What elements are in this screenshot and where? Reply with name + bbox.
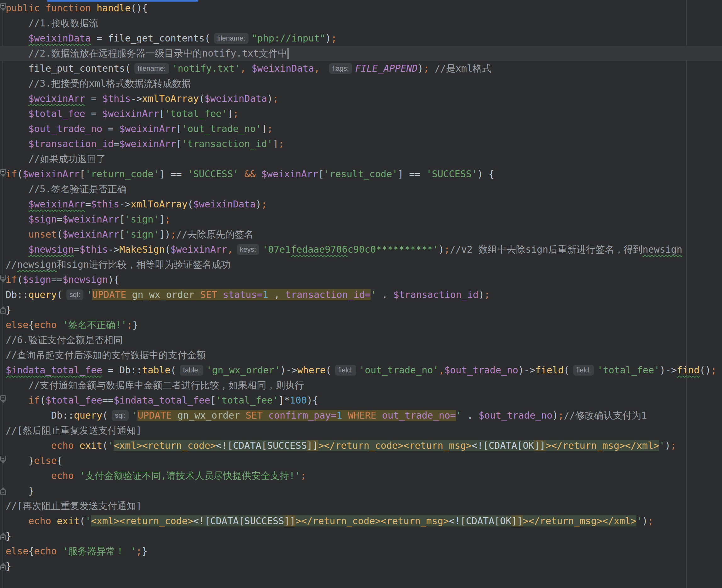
code-token: } [6,530,11,542]
code-token: ){ [108,274,119,285]
code-token: //如果成功返回了 [28,153,106,164]
code-line[interactable]: if($total_fee==$indata_total_fee['total_… [0,393,722,408]
code-token: ' [108,440,114,451]
code-line[interactable]: $weixinArr = $this->xmlToArray($weixinDa… [0,91,722,106]
code-line[interactable]: Db::query(sql:'UPDATE gn_wx_order SET st… [0,287,722,302]
code-token: WHERE [348,410,376,421]
code-token: else [34,455,57,466]
code-token: //v2 数组中去除sign后重新进行签名，得到 [450,244,643,255]
code-token: 'out_trade_no' [182,123,261,134]
indent [6,138,28,149]
code-token [195,289,200,300]
code-token: ( [102,440,108,451]
code-token: //查询吊起支付后添加的支付数据中的支付金额 [6,350,206,360]
fold-marker-icon[interactable] [0,309,6,314]
code-line[interactable]: else{echo '签名不正确!';} [0,317,722,333]
code-token: ) [665,440,670,451]
code-token: <![CDATA[OK [449,516,512,526]
code-line[interactable]: unset($weixinArr['sign']);//去除原先的签名 [0,227,722,242]
code-token [217,289,223,300]
code-line[interactable]: echo '支付金额验证不同,请技术人员尽快提供安全支持!'; [0,468,722,483]
code-token: == [102,395,114,406]
code-token: //[再次阻止重复发送支付通知] [6,500,142,511]
code-line[interactable]: //查询吊起支付后添加的支付数据中的支付金额 [0,348,722,363]
parameter-hint-chip: filename: [214,33,248,44]
code-line[interactable]: //3.把接受的xml格式数据流转成数据 [0,76,722,91]
code-token: ( [165,244,171,255]
code-line[interactable]: //1.接收数据流 [0,16,722,31]
indent [6,470,51,481]
code-line[interactable]: public function handle(){ [0,1,722,16]
code-token: table [142,364,170,376]
code-line[interactable]: echo exit('<xml><return_code><![CDATA[SU… [0,513,722,529]
code-token: ) [439,244,444,255]
code-line[interactable]: //[再次阻止重复发送支付通知] [0,499,722,513]
code-line[interactable]: //[然后阻止重复发送支付通知] [0,423,722,438]
code-token: -> [131,93,142,104]
code-line[interactable]: } [0,559,722,574]
code-line[interactable]: $weixinData = file_get_contents(filename… [0,31,722,46]
code-line[interactable]: echo exit('<xml><return_code><![CDATA[SU… [0,438,722,453]
fold-marker-icon[interactable] [0,490,6,495]
fold-marker-icon[interactable] [0,169,6,174]
indent [6,48,28,59]
fold-marker-icon[interactable] [0,565,6,570]
code-token: 100 [290,395,307,406]
indent [6,485,28,496]
code-token: xmlToArray [131,198,187,210]
parameter-hint-chip: flags: [329,63,352,74]
code-line[interactable]: //2.数据流放在远程服务器一级目录中的notify.txt文件中 [0,46,722,61]
fold-marker-icon[interactable] [0,275,6,280]
code-token: <![CDATA[SUCCESS [216,440,307,451]
code-line[interactable]: file_put_contents(filename:'notify.txt',… [0,61,722,76]
code-token: '服务器异常！ ' [63,546,136,556]
code-line[interactable]: }else{ [0,453,722,468]
code-area[interactable]: public function handle(){ //1.接收数据流 $wei… [0,1,722,574]
code-line[interactable]: $sign=$weixinArr['sign']; [0,212,722,227]
code-token: //1.接收数据流 [28,18,98,28]
code-token: ' [456,410,462,421]
code-token: ; [300,470,306,481]
code-line[interactable]: $total_fee = $weixinArr['total_fee']; [0,106,722,121]
code-token: $weixinArr [28,198,85,210]
code-token: ) [256,198,261,210]
code-line[interactable]: } [0,483,722,499]
code-line[interactable]: $indata_total_fee = Db::table(table:'gn_… [0,363,722,378]
code-token: exit [80,440,102,451]
code-line[interactable]: } [0,529,722,544]
code-line[interactable]: if($weixinArr['return_code'] == 'SUCCESS… [0,167,722,182]
code-token: // [6,259,17,270]
code-line[interactable]: //6.验证支付金额是否相同 [0,333,722,348]
code-line[interactable]: $newsign=$this->MakeSign($weixinArr,keys… [0,242,722,257]
fold-marker-icon[interactable] [0,395,6,401]
code-line[interactable]: } [0,302,722,317]
code-line[interactable]: Db::query(sql:'UPDATE gn_wx_order SET co… [0,408,722,423]
code-line[interactable]: //如果成功返回了 [0,151,722,167]
code-line[interactable]: //支付通知金额与数据库中金额二者进行比较，如果相同，则执行 [0,378,722,393]
code-token: [ [318,168,324,180]
code-line[interactable]: $transaction_id=$weixinArr['transaction_… [0,136,722,151]
code-line[interactable]: //newsign和sign进行比较，相等即为验证签名成功 [0,257,722,272]
fold-marker-icon[interactable] [0,535,6,540]
code-line[interactable]: else{echo '服务器异常！ ';} [0,544,722,559]
code-token: ) [642,516,648,526]
fold-marker-icon[interactable] [0,456,6,461]
code-token: c90c0**********' [348,244,439,255]
fold-marker-icon[interactable] [0,3,6,8]
code-token: ]] [534,440,545,451]
code-token: , [439,364,444,376]
code-line[interactable]: $out_trade_no = $weixinArr['out_trade_no… [0,121,722,136]
code-line[interactable]: //5.签名验证是否正确 [0,182,722,197]
code-token: ; [711,364,717,376]
code-token: () [699,364,711,376]
code-token: $out_trade_no [444,364,518,376]
code-token: 1 [337,410,342,421]
code-line[interactable]: $weixinArr=$this->xmlToArray($weixinData… [0,197,722,212]
code-token: ></return_code><return_msg> [318,440,472,451]
code-line[interactable]: if($sign==$newsign){ [0,272,722,287]
parameter-hint-chip: keys: [237,244,259,255]
code-token [57,319,63,330]
parameter-hint-chip: filename: [134,63,168,74]
code-editor[interactable]: public function handle(){ //1.接收数据流 $wei… [0,0,722,588]
code-token: $weixinData [204,93,267,104]
